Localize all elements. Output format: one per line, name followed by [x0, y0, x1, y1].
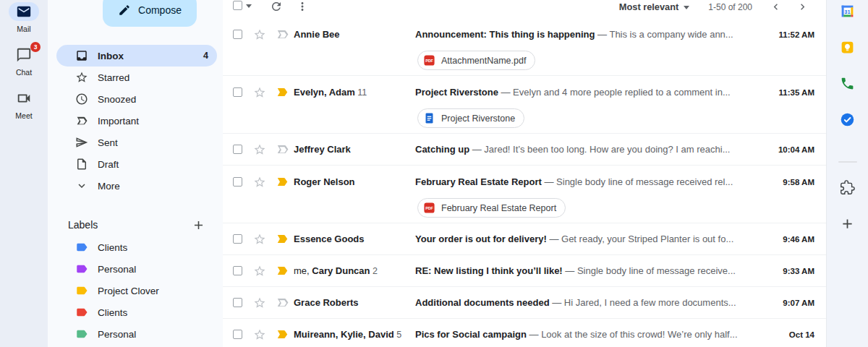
- row-checkbox[interactable]: [233, 145, 242, 154]
- attachment-label: Project Riverstone: [441, 113, 515, 124]
- sidebar-label-item[interactable]: Personal: [56, 323, 217, 345]
- email-row[interactable]: Annie Bee Announcement: This thing is ha…: [223, 18, 826, 76]
- select-dropdown-caret[interactable]: [246, 4, 252, 8]
- star-icon[interactable]: [253, 176, 266, 189]
- side-panel-voice[interactable]: [840, 74, 855, 92]
- email-row[interactable]: me, Cary Duncan 2 RE: New listing I thin…: [223, 255, 826, 287]
- email-row[interactable]: Essence Goods Your order is out for deli…: [223, 223, 826, 255]
- select-all-checkbox[interactable]: [233, 1, 242, 10]
- side-panel-tasks[interactable]: [840, 111, 855, 128]
- importance-marker-icon[interactable]: [276, 175, 289, 189]
- sidebar-item-important[interactable]: Important: [56, 110, 217, 132]
- sidebar-item-label: Sent: [98, 137, 118, 148]
- list-toolbar: Most relevant 1-50 of 200: [223, 0, 826, 18]
- sidebar-label-item[interactable]: Clients: [56, 301, 217, 323]
- sender: me, Cary Duncan 2: [294, 265, 415, 276]
- email-row[interactable]: Grace Roberts Additional documents neede…: [223, 287, 826, 319]
- add-label-icon[interactable]: [192, 218, 205, 232]
- importance-marker-icon[interactable]: [276, 232, 289, 246]
- sender: Grace Roberts: [294, 297, 415, 308]
- star-icon[interactable]: [253, 328, 266, 341]
- sender: Jeffrey Clark: [294, 144, 415, 155]
- attachment-chip[interactable]: AttachmentName.pdf: [417, 51, 535, 70]
- attachment-chip[interactable]: February Real Estate Report: [417, 198, 566, 218]
- sidebar-label-item[interactable]: Project Clover: [56, 280, 217, 301]
- subject-snippet: Announcement: This thing is happening — …: [415, 29, 758, 40]
- draft-icon: [75, 158, 88, 171]
- sidebar-label-item[interactable]: Personal: [56, 258, 217, 280]
- row-checkbox[interactable]: [233, 330, 242, 339]
- labels-title: Labels: [68, 219, 98, 231]
- rail-item-mail[interactable]: Mail: [9, 2, 39, 33]
- star-icon[interactable]: [253, 265, 266, 278]
- extensions-icon: [840, 180, 855, 195]
- row-checkbox[interactable]: [233, 87, 242, 97]
- importance-marker-icon[interactable]: [276, 85, 289, 99]
- star-icon[interactable]: [253, 296, 266, 309]
- newer-page-icon[interactable]: [770, 1, 782, 13]
- side-panel-calendar[interactable]: [840, 2, 855, 20]
- importance-marker-icon[interactable]: [276, 264, 289, 278]
- star-icon: [75, 71, 88, 84]
- side-panel-extensions[interactable]: [840, 179, 855, 196]
- received-time: 11:52 AM: [758, 30, 814, 39]
- row-checkbox[interactable]: [233, 177, 242, 187]
- received-time: Oct 14: [758, 330, 814, 339]
- more-options-icon[interactable]: [296, 0, 309, 13]
- labels-list: Clients Personal Project Clover Clients …: [56, 236, 217, 345]
- side-panel-add[interactable]: [840, 215, 855, 232]
- rail-item-meet[interactable]: Meet: [9, 89, 39, 120]
- calendar-icon: [840, 4, 855, 19]
- keep-icon: [840, 40, 855, 55]
- sidebar-item-more[interactable]: More: [56, 175, 217, 197]
- email-row[interactable]: Evelyn, Adam 11 Project Riverstone — Eve…: [223, 76, 826, 134]
- refresh-icon[interactable]: [270, 0, 283, 13]
- received-time: 9:33 AM: [758, 267, 814, 275]
- importance-marker-icon[interactable]: [276, 296, 289, 309]
- label-name: Clients: [98, 242, 127, 253]
- row-checkbox[interactable]: [233, 266, 242, 275]
- side-panel-divider: [838, 161, 857, 163]
- sidebar-item-draft[interactable]: Draft: [56, 153, 217, 175]
- rail-item-pill: 3: [9, 46, 39, 64]
- attachment-type-icon: [423, 54, 435, 67]
- mail-icon: [16, 4, 32, 20]
- label-name: Project Clover: [98, 286, 159, 296]
- star-icon[interactable]: [253, 143, 266, 156]
- importance-marker-icon[interactable]: [276, 27, 289, 41]
- attachment-chip[interactable]: Project Riverstone: [417, 108, 524, 128]
- compose-button[interactable]: Compose: [103, 0, 197, 27]
- side-panel-keep[interactable]: [840, 38, 855, 56]
- received-time: 9:07 AM: [758, 299, 814, 307]
- rail-item-label: Chat: [16, 68, 32, 77]
- sidebar-item-starred[interactable]: Starred: [56, 67, 217, 88]
- email-list-pane: Most relevant 1-50 of 200 Annie Bee Anno…: [223, 0, 826, 347]
- sender: Evelyn, Adam 11: [294, 87, 415, 98]
- email-row[interactable]: Muireann, Kylie, David 5 Pics for Social…: [223, 319, 826, 347]
- older-page-icon[interactable]: [796, 1, 809, 13]
- star-icon[interactable]: [253, 233, 266, 246]
- label-tag-icon: [75, 284, 88, 297]
- chevron-down-icon: [75, 179, 88, 192]
- email-row[interactable]: Roger Nelson February Real Estate Report…: [223, 166, 826, 223]
- star-icon[interactable]: [253, 86, 266, 99]
- sidebar-item-label: Draft: [98, 159, 119, 170]
- row-checkbox[interactable]: [233, 234, 242, 244]
- folder-nav: Inbox 4 Starred Snoozed Important Sent D…: [56, 45, 217, 197]
- subject-snippet: February Real Estate Report — Single bod…: [415, 176, 758, 187]
- subject-snippet: Project Riverstone — Evelyn and 4 more p…: [415, 87, 758, 98]
- received-time: 10:04 AM: [758, 145, 814, 154]
- rail-item-chat[interactable]: 3 Chat: [9, 46, 39, 77]
- sidebar-item-snoozed[interactable]: Snoozed: [56, 88, 217, 110]
- email-row[interactable]: Jeffrey Clark Catching up — Jared! It’s …: [223, 134, 826, 166]
- sort-dropdown[interactable]: Most relevant: [619, 1, 690, 12]
- importance-marker-icon[interactable]: [276, 142, 289, 156]
- row-checkbox[interactable]: [233, 30, 242, 39]
- star-icon[interactable]: [253, 28, 266, 41]
- sidebar-item-inbox[interactable]: Inbox 4: [56, 45, 217, 67]
- sidebar-item-sent[interactable]: Sent: [56, 132, 217, 153]
- sidebar-item-label: More: [98, 181, 120, 192]
- importance-marker-icon[interactable]: [276, 327, 289, 341]
- row-checkbox[interactable]: [233, 298, 242, 307]
- sidebar-label-item[interactable]: Clients: [56, 236, 217, 258]
